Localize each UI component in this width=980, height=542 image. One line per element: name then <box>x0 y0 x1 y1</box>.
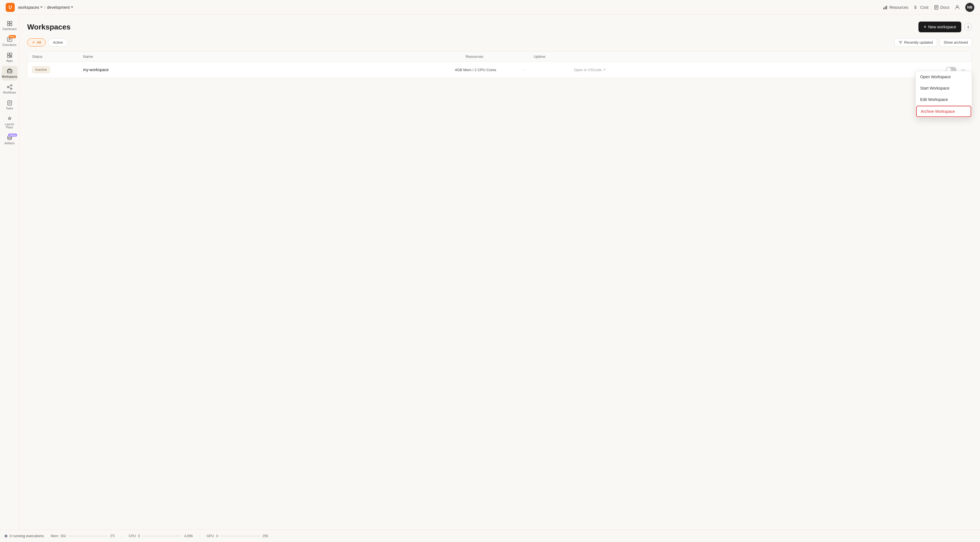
open-vscode-link[interactable]: Open in VSCode ↗ <box>574 68 946 72</box>
filter-tab-all-label: All <box>37 40 41 45</box>
show-archived-button[interactable]: Show archived <box>939 38 972 47</box>
mem-resource-group: Mem 0Gi 2Ti <box>44 534 122 538</box>
topnav: U workspaces / development Resources <box>0 0 980 15</box>
sidebar-item-artifacts[interactable]: Alpha Artifacts <box>2 132 18 147</box>
executions-badge: New <box>9 35 16 38</box>
gpu-resource-group: GPU 0 256 <box>200 534 275 538</box>
show-archived-label: Show archived <box>944 40 968 45</box>
context-menu-archive[interactable]: Archive Workspace <box>916 106 971 117</box>
new-workspace-button[interactable]: + New workspace <box>918 22 961 32</box>
svg-line-29 <box>8 87 11 89</box>
uptime-text: - <box>523 68 524 72</box>
cpu-label: CPU <box>129 534 136 538</box>
chevron-down-icon-2 <box>71 6 73 8</box>
checkmark-icon: ✓ <box>32 40 35 45</box>
running-executions: 0 running executions <box>5 534 44 538</box>
launchplans-icon <box>6 116 13 122</box>
status-badge: Inactive <box>32 66 50 73</box>
mem-bar <box>68 536 108 537</box>
svg-rect-2 <box>886 6 887 10</box>
filter-right: Recently updated Show archived <box>894 38 972 47</box>
svg-line-28 <box>8 86 11 87</box>
exec-dot-icon <box>5 535 7 537</box>
sidebar-item-executions-label: Executions <box>3 43 16 46</box>
svg-point-8 <box>956 5 958 7</box>
new-workspace-label: New workspace <box>928 25 956 29</box>
sidebar-item-workspaces-label: Workspaces <box>2 75 17 78</box>
bar-chart-icon <box>883 5 888 10</box>
nav-resources-label: Resources <box>889 5 908 10</box>
bottom-bar: 0 running executions Mem 0Gi 2Ti CPU 0 4… <box>0 529 980 542</box>
context-menu-edit[interactable]: Edit Workspace <box>916 94 972 105</box>
svg-rect-17 <box>7 53 10 55</box>
svg-rect-18 <box>10 53 12 55</box>
cpu-min: 0 <box>138 534 140 538</box>
tasks-icon <box>6 100 13 106</box>
col-uptime: Uptime <box>534 54 585 59</box>
sidebar-item-tasks-label: Tasks <box>6 107 13 110</box>
nav-cost-label: Cost <box>920 5 928 10</box>
breadcrumb: workspaces / development <box>18 5 73 10</box>
sidebar-item-dashboard-label: Dashboard <box>3 27 16 30</box>
external-link-icon: ↗ <box>603 68 606 72</box>
svg-point-27 <box>11 88 12 90</box>
info-icon[interactable]: ℹ <box>964 23 972 31</box>
row-vscode-cell: Open in VSCode ↗ <box>574 68 946 72</box>
row-status-cell: Inactive <box>32 66 83 73</box>
sidebar-item-dashboard[interactable]: Dashboard <box>2 18 18 33</box>
breadcrumb-workspaces[interactable]: workspaces <box>18 5 43 10</box>
dashboard-icon <box>6 21 13 27</box>
table-header: Status Name Resources Uptime <box>27 52 972 62</box>
sidebar-item-workflows[interactable]: Workflows <box>2 82 18 96</box>
breadcrumb-development[interactable]: development <box>47 5 73 10</box>
workspaces-table: Status Name Resources Uptime Inactive my… <box>27 51 972 78</box>
svg-rect-9 <box>7 21 10 23</box>
sort-label: Recently updated <box>904 40 933 45</box>
filter-tab-all[interactable]: ✓ All <box>27 38 46 46</box>
col-status: Status <box>32 54 83 59</box>
breadcrumb-separator: / <box>44 5 45 10</box>
breadcrumb-development-label: development <box>47 5 70 10</box>
row-uptime-cell: - <box>523 67 574 72</box>
cpu-max: 4,096 <box>184 534 193 538</box>
cpu-bar <box>142 536 182 537</box>
open-vscode-label: Open in VSCode <box>574 68 602 72</box>
col-name: Name <box>83 54 466 59</box>
resources-text: 4GB Mem / 2 CPU Cores <box>455 68 496 72</box>
avatar[interactable]: NB <box>965 3 974 12</box>
nav-cost[interactable]: $ Cost <box>914 5 928 10</box>
sidebar-item-apps[interactable]: Apps <box>2 50 18 65</box>
sort-button[interactable]: Recently updated <box>894 38 937 47</box>
nav-docs[interactable]: Docs <box>934 5 950 10</box>
col-resources: Resources <box>466 54 534 59</box>
sidebar: Dashboard New Executions <box>0 15 19 529</box>
sidebar-item-tasks[interactable]: Tasks <box>2 97 18 112</box>
context-menu: Open Workspace Start Workspace Edit Work… <box>915 71 972 118</box>
sidebar-item-launch-plans[interactable]: Launch Plans <box>2 113 18 131</box>
mem-max: 2Ti <box>110 534 115 538</box>
sidebar-item-workflows-label: Workflows <box>3 91 16 94</box>
nav-right: Resources $ Cost Docs <box>883 3 974 12</box>
sidebar-item-workspaces[interactable]: Workspaces <box>2 66 18 81</box>
context-menu-start[interactable]: Start Workspace <box>916 83 972 94</box>
gpu-label: GPU <box>207 534 214 538</box>
filters-row: ✓ All Active Recently updat <box>27 38 972 47</box>
svg-rect-0 <box>883 8 884 10</box>
nav-resources[interactable]: Resources <box>883 5 908 10</box>
cpu-resource-group: CPU 0 4,096 <box>122 534 200 538</box>
filter-tabs: ✓ All Active <box>27 38 68 46</box>
svg-rect-1 <box>885 6 886 10</box>
svg-point-26 <box>11 85 12 86</box>
sidebar-item-executions[interactable]: New Executions <box>2 34 18 49</box>
svg-point-25 <box>7 86 8 88</box>
context-menu-open[interactable]: Open Workspace <box>916 71 972 83</box>
sidebar-item-artifacts-label: Artifacts <box>4 142 14 145</box>
filter-tab-active[interactable]: Active <box>48 38 67 46</box>
workspaces-icon <box>6 68 13 74</box>
app-logo[interactable]: U <box>6 3 15 12</box>
svg-rect-12 <box>10 24 12 26</box>
artifacts-badge: Alpha <box>8 134 17 137</box>
gpu-min: 0 <box>216 534 218 538</box>
user-icon[interactable] <box>955 5 959 10</box>
gpu-bar <box>220 536 260 537</box>
